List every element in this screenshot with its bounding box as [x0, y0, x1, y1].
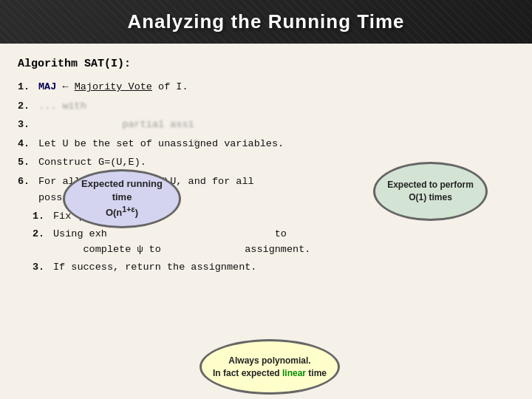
bubble-perform: Expected to perform O(1) times [373, 162, 488, 221]
step-4-content: Let U be the set of unassigned variables… [38, 136, 514, 152]
bubble-right-line2: O(1) times [409, 191, 452, 204]
step-4: 4. Let U be the set of unassigned variab… [18, 136, 514, 152]
content-area: Algorithm SAT(I): 1. MAJ ← Majority Vote… [0, 44, 532, 399]
step-1-content: MAJ ← Majority Vote of I. [38, 79, 514, 95]
step-1: 1. MAJ ← Majority Vote of I. [18, 79, 514, 95]
step-2-num: 2. [18, 98, 38, 115]
substep-2-content: Using exh to complete ψ to assignment. [53, 226, 514, 258]
bubble-right-line1: Expected to perform [387, 179, 474, 191]
checker-right-decoration [502, 0, 532, 44]
substep-3-content: If success, return the assignment. [53, 259, 514, 276]
step-2: 2. ... with [18, 98, 514, 115]
step-2-content: ... with [38, 98, 514, 115]
substep-2: 2. Using exh to complete ψ to assignment… [33, 226, 514, 258]
substep-3: 3. If success, return the assignment. [33, 259, 514, 276]
bubble-left-line2: O(n1+ε) [106, 204, 138, 220]
substep-1-num: 1. [33, 208, 53, 225]
step-1-num: 1. [18, 79, 38, 95]
step-3: 3. partial assi [18, 117, 514, 133]
bubble-bottom-line1: Always polynomial. [228, 355, 310, 367]
slide-title: Analyzing the Running Time [127, 10, 404, 33]
step-4-num: 4. [18, 136, 38, 152]
bubble-polynomial: Always polynomial. In fact expected line… [200, 339, 340, 395]
bubble-left-line1: Expected running time [75, 177, 168, 204]
step-3-content: partial assi [38, 117, 514, 133]
substep-2-num: 2. [33, 226, 53, 258]
algorithm-title: Algorithm SAT(I): [18, 55, 514, 73]
header: Analyzing the Running Time [0, 0, 532, 44]
bubble-bottom-line2: In fact expected linear time [213, 367, 327, 380]
linear-text: linear [282, 368, 306, 378]
step-3-num: 3. [18, 117, 38, 133]
bubble-running-time: Expected running time O(n1+ε) [63, 169, 181, 228]
slide: Analyzing the Running Time Algorithm SAT… [0, 0, 532, 399]
checker-left-decoration [0, 0, 30, 44]
step-6-num: 6. [18, 174, 38, 190]
bubble-sup: 1+ε [122, 205, 135, 214]
step-5-num: 5. [18, 154, 38, 171]
substep-3-num: 3. [33, 259, 53, 276]
